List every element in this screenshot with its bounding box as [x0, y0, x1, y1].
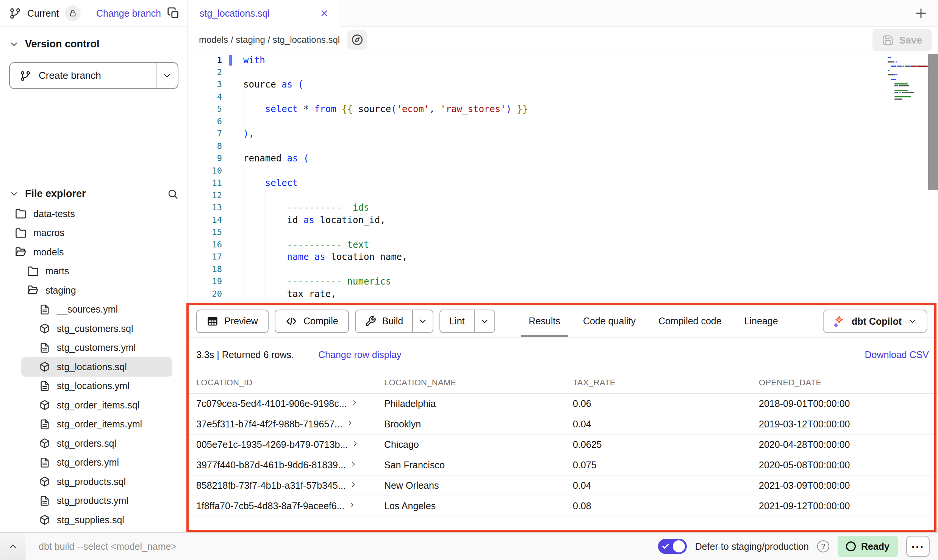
file-item-stg_order_items.sql[interactable]: stg_order_items.sql: [0, 396, 188, 415]
change-row-display-link[interactable]: Change row display: [318, 349, 402, 360]
file-item-label: stg_customers.yml: [57, 342, 136, 353]
line-number: 2: [188, 66, 232, 79]
code-line-1[interactable]: 1with: [188, 54, 938, 66]
file-item-stg_locations.sql[interactable]: stg_locations.sql: [21, 357, 172, 377]
expand-row-icon[interactable]: [351, 399, 358, 407]
chevron-down-icon: [480, 316, 489, 326]
expand-row-icon[interactable]: [349, 501, 356, 509]
tab-stg-locations-sql[interactable]: stg_locations.sql: [188, 0, 341, 27]
lineage-compass-button[interactable]: [347, 30, 367, 50]
results-tab-compiled-code[interactable]: Compiled code: [647, 305, 733, 337]
file-item-stg_products.sql[interactable]: stg_products.sql: [0, 472, 188, 491]
code-line-20[interactable]: 20 tax_rate,: [188, 288, 938, 300]
code-line-11[interactable]: 11 select: [188, 177, 938, 189]
lint-dropdown[interactable]: [475, 310, 494, 332]
editor-scrollbar[interactable]: [928, 54, 938, 305]
code-line-13[interactable]: 13 ---------- ids: [188, 202, 938, 214]
file-item-stg_supplies.sql[interactable]: stg_supplies.sql: [0, 510, 188, 530]
cell-opened-date: 2021-03-09T00:00:00: [759, 480, 938, 491]
table-row[interactable]: 005e7e1c-1935-4269-b479-0713b...Chicago0…: [188, 435, 938, 455]
help-icon[interactable]: ?: [817, 540, 829, 552]
file-item-models[interactable]: models: [0, 242, 188, 262]
file-explorer-header[interactable]: File explorer: [0, 188, 188, 200]
more-options-button[interactable]: ...: [906, 536, 930, 557]
file-item-stg_order_items.yml[interactable]: stg_order_items.yml: [0, 415, 188, 434]
code-text: id as location_id,: [232, 214, 386, 227]
new-tab-button[interactable]: [915, 7, 927, 20]
code-line-3[interactable]: 3source as (: [188, 78, 938, 91]
file-item-stg_locations.yml[interactable]: stg_locations.yml: [0, 377, 188, 396]
code-line-16[interactable]: 16 ---------- text: [188, 239, 938, 251]
code-line-19[interactable]: 19 ---------- numerics: [188, 275, 938, 288]
file-item-stg_orders.yml[interactable]: stg_orders.yml: [0, 453, 188, 472]
line-number: 16: [188, 239, 232, 251]
indent-guide: [244, 91, 244, 128]
build-split-button[interactable]: Build: [355, 310, 434, 333]
create-branch-button[interactable]: Create branch: [9, 62, 178, 89]
file-item-stg_customers.yml[interactable]: stg_customers.yml: [0, 338, 188, 358]
file-item-marts[interactable]: marts: [0, 262, 188, 281]
code-line-8[interactable]: 8: [188, 140, 938, 153]
file-item-staging[interactable]: staging: [0, 281, 188, 300]
lint-split-button[interactable]: Lint: [439, 310, 495, 333]
expand-row-icon[interactable]: [346, 419, 354, 427]
toggle-knob: [673, 540, 685, 552]
editor-minimap[interactable]: [885, 54, 928, 305]
defer-toggle[interactable]: [658, 539, 687, 554]
code-line-4[interactable]: 4: [188, 91, 938, 103]
table-row[interactable]: 7c079cea-5ed4-4101-906e-9198c...Philadel…: [188, 394, 938, 414]
dbt-copilot-button[interactable]: dbt Copilot: [823, 310, 927, 333]
results-tab-code-quality[interactable]: Code quality: [572, 305, 647, 337]
code-token: select: [265, 104, 298, 114]
column-header-tax_rate: TAX_RATE: [573, 378, 759, 388]
minimap-line: [888, 70, 890, 71]
code-line-17[interactable]: 17 name as location_name,: [188, 251, 938, 263]
file-item-stg_customers.sql[interactable]: stg_customers.sql: [0, 319, 188, 338]
code-line-10[interactable]: 10: [188, 165, 938, 177]
code-line-9[interactable]: 9renamed as (: [188, 152, 938, 165]
code-line-5[interactable]: 5 select * from {{ source('ecom', 'raw_s…: [188, 103, 938, 116]
copy-icon[interactable]: [167, 7, 180, 20]
table-row[interactable]: 37e5f311-b7f4-4f2f-988b-719657...Brookly…: [188, 414, 938, 435]
scrollbar-thumb[interactable]: [928, 54, 938, 190]
file-item-stg_products.yml[interactable]: stg_products.yml: [0, 491, 188, 511]
code-line-7[interactable]: 7),: [188, 128, 938, 140]
file-item-data-tests[interactable]: data-tests: [0, 204, 188, 224]
code-text: [232, 165, 243, 177]
code-line-18[interactable]: 18: [188, 263, 938, 276]
file-item-__sources.yml[interactable]: __sources.yml: [0, 300, 188, 319]
file-explorer-section: File explorer data-testsmacrosmodelsmart…: [0, 178, 188, 530]
results-tab-lineage[interactable]: Lineage: [733, 305, 789, 337]
create-branch-dropdown[interactable]: [156, 63, 178, 88]
cell-location-id: 005e7e1c-1935-4269-b479-0713b...: [196, 439, 384, 450]
build-dropdown[interactable]: [413, 310, 433, 332]
code-line-15[interactable]: 15: [188, 226, 938, 239]
download-csv-link[interactable]: Download CSV: [865, 349, 929, 360]
code-editor[interactable]: 1with23source as (45 select * from {{ so…: [188, 54, 938, 305]
version-control-header[interactable]: Version control: [9, 38, 178, 50]
file-item-stg_orders.sql[interactable]: stg_orders.sql: [0, 434, 188, 453]
code-line-14[interactable]: 14 id as location_id,: [188, 214, 938, 227]
change-branch-link[interactable]: Change branch: [96, 8, 161, 19]
results-tab-results[interactable]: Results: [517, 305, 572, 337]
save-button[interactable]: Save: [872, 29, 932, 51]
collapse-panel-button[interactable]: [0, 533, 26, 560]
table-row[interactable]: 1f8ffa70-7cb5-4d83-8a7f-9aceef6...Los An…: [188, 496, 938, 516]
table-row[interactable]: 858218fb-73f7-4b1b-a31f-57b345...New Orl…: [188, 476, 938, 496]
preview-button[interactable]: Preview: [196, 310, 269, 333]
code-line-6[interactable]: 6: [188, 116, 938, 128]
expand-row-icon[interactable]: [350, 460, 357, 468]
table-row[interactable]: 3977f440-b87d-461b-9dd6-81839...San Fran…: [188, 455, 938, 476]
cell-opened-date: 2020-05-08T00:00:00: [759, 460, 938, 471]
compile-button[interactable]: Compile: [275, 310, 349, 333]
main-area: stg_locations.sql models / staging / stg…: [188, 0, 938, 532]
expand-row-icon[interactable]: [350, 481, 357, 488]
code-line-2[interactable]: 2: [188, 66, 938, 79]
minimap-line: [899, 92, 901, 93]
close-icon[interactable]: [319, 8, 329, 18]
file-item-macros[interactable]: macros: [0, 224, 188, 243]
cell-tax-rate: 0.04: [573, 480, 759, 491]
expand-row-icon[interactable]: [352, 440, 359, 447]
code-line-12[interactable]: 12: [188, 189, 938, 202]
search-icon[interactable]: [167, 188, 178, 200]
